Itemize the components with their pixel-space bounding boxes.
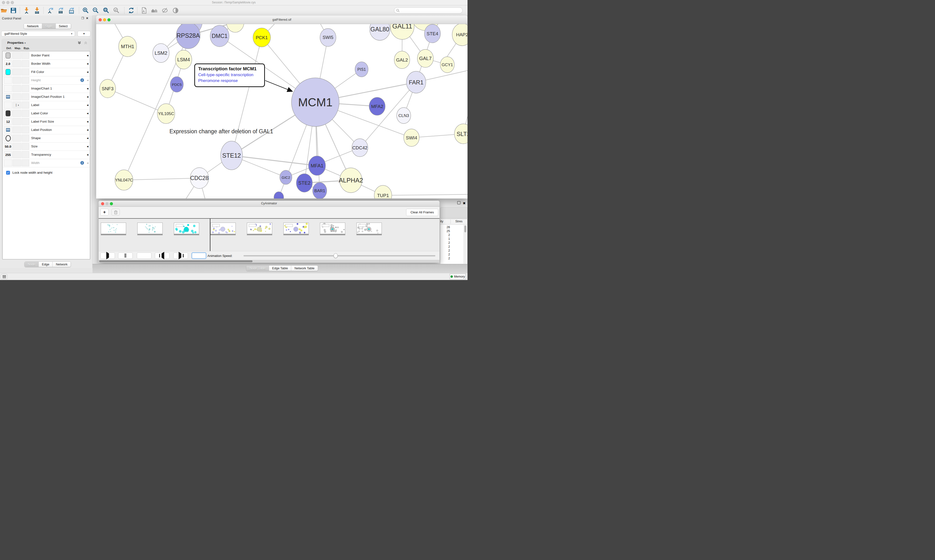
property-row[interactable]: Widthi◀ [3, 159, 90, 168]
tab-network-table[interactable]: Network Table [291, 266, 318, 271]
frame-thumbnail[interactable] [137, 223, 163, 235]
add-frame-button[interactable]: + [100, 209, 109, 215]
network-node-gal2[interactable]: GAL2 [394, 51, 410, 69]
home-icon[interactable] [151, 7, 158, 14]
tab-select[interactable]: Select [56, 24, 71, 29]
contrast-icon[interactable] [172, 7, 179, 14]
network-node-mth1[interactable]: MTH1 [119, 36, 137, 57]
play-button[interactable] [100, 252, 115, 259]
expand-row-arrow-icon[interactable]: ◀ [87, 51, 88, 60]
network-node-dmc1[interactable]: DMC1 [210, 25, 229, 47]
float-panel-icon[interactable] [457, 201, 460, 205]
network-node-lsm4[interactable]: LSM4 [175, 50, 192, 69]
tab-node[interactable]: Node [25, 262, 39, 267]
network-node-ynl047c[interactable]: YNL047C [115, 170, 133, 190]
stop-button[interactable] [137, 252, 151, 259]
network-node-mfa2[interactable]: MFA2 [369, 97, 385, 115]
expand-row-arrow-icon[interactable]: ◀ [87, 60, 88, 68]
refresh-icon[interactable] [128, 7, 135, 14]
frame-thumbnail[interactable] [101, 223, 126, 235]
skip-to-start-button[interactable] [155, 252, 170, 259]
export-network-icon[interactable] [48, 7, 54, 14]
network-node-bar1[interactable]: BAR1 [313, 182, 327, 198]
expand-row-arrow-icon[interactable]: ◀ [87, 76, 88, 85]
delete-frame-button[interactable] [111, 209, 120, 215]
property-row[interactable]: Image/Chart Position 1◀ [3, 93, 90, 101]
network-node-pck1[interactable]: PCK1 [253, 28, 270, 47]
open-icon[interactable] [0, 7, 7, 14]
annotation-link[interactable]: Cell-type-specific transcription [198, 72, 261, 77]
expand-row-arrow-icon[interactable]: ◀ [87, 126, 88, 134]
network-node-alpha2[interactable]: ALPHA2 [339, 168, 363, 193]
zoom-out-icon[interactable] [92, 7, 99, 14]
expand-row-arrow-icon[interactable]: ◀ [87, 109, 88, 117]
properties-header[interactable]: Properties ▾ [7, 41, 26, 45]
network-node-cdc42[interactable]: CDC42 [352, 138, 368, 157]
expand-row-arrow-icon[interactable]: ◀ [87, 142, 88, 151]
network-window-titlebar[interactable]: galFiltered.sif [96, 15, 468, 24]
collapse-all-icon[interactable] [77, 41, 81, 45]
hide-icon[interactable] [161, 7, 168, 14]
network-node-hap2[interactable]: HAP2 [452, 24, 468, 46]
expand-row-arrow-icon[interactable]: ◀ [87, 159, 88, 167]
network-canvas[interactable]: DCP1PCK1RPS28ADMC1MTH1LSM2LSM4SWI5GAL80G… [96, 24, 468, 198]
network-edge[interactable] [231, 37, 262, 155]
cyanimator-titlebar[interactable]: CyAnimator [99, 201, 440, 207]
expand-row-arrow-icon[interactable]: ◀ [87, 85, 88, 93]
property-row[interactable]: 12Label Font Size◀ [3, 117, 90, 126]
network-node-gal80[interactable]: GAL80 [370, 24, 390, 40]
expand-row-arrow-icon[interactable]: ◀ [87, 117, 88, 126]
annotation-link[interactable]: Pheromone response [198, 78, 261, 83]
style-selector-dropdown[interactable]: galFiltered Style▾ [1, 31, 75, 37]
close-panel-icon[interactable]: ✕ [86, 17, 90, 20]
expand-row-arrow-icon[interactable]: ◀ [87, 93, 88, 101]
zoom-fit-icon[interactable] [103, 7, 110, 14]
network-node-cut1[interactable] [274, 192, 284, 198]
node-table[interactable]: ity Stres 26252122222 [440, 219, 468, 265]
expand-all-icon[interactable] [84, 41, 88, 45]
property-row[interactable]: Border Paint◀ [3, 51, 90, 60]
pause-button[interactable] [118, 252, 133, 259]
clear-all-frames-button[interactable]: Clear All Frames [406, 209, 438, 216]
frame-thumbnail[interactable] [320, 223, 345, 235]
property-row[interactable]: Image/Chart 1◀ [3, 85, 90, 93]
network-node-cdc28[interactable]: CDC28 [190, 168, 209, 189]
default-value-swatch[interactable] [6, 69, 11, 75]
frame-thumbnail[interactable] [247, 223, 272, 235]
import-network-icon[interactable] [23, 7, 30, 14]
network-edge[interactable] [124, 178, 199, 180]
network-node-gal7[interactable]: GAL7 [417, 49, 434, 68]
import-table-icon[interactable] [34, 7, 40, 14]
network-node-ste4[interactable]: STE4 [424, 24, 440, 43]
zoom-in-icon[interactable] [82, 7, 89, 14]
network-node-tup1[interactable]: TUP1 [374, 185, 392, 198]
network-node-lsm2[interactable]: LSM2 [153, 43, 169, 63]
export-image-icon[interactable] [68, 7, 75, 14]
skip-to-end-button[interactable] [173, 252, 188, 259]
network-node-far1[interactable]: FAR1 [406, 71, 426, 93]
network-node-cln3[interactable]: CLN3 [397, 108, 411, 123]
save-icon[interactable] [10, 7, 17, 14]
close-panel-icon[interactable]: ✖ [463, 202, 466, 205]
record-button[interactable] [191, 252, 206, 259]
network-node-pdc5[interactable]: PDC5 [170, 77, 184, 92]
tab-edge[interactable]: Edge [39, 262, 52, 267]
tab-network-bottom[interactable]: Network [52, 262, 71, 267]
style-options-button[interactable]: ▼ [77, 31, 91, 37]
network-node-ste12[interactable]: STE12 [221, 141, 242, 170]
network-node-mfa1[interactable]: MFA1 [309, 156, 326, 175]
default-value-swatch[interactable] [6, 111, 11, 116]
table-vertical-scrollbar[interactable] [464, 225, 466, 264]
network-file-icon[interactable] [141, 7, 148, 14]
frame-thumbnail[interactable] [356, 223, 382, 235]
annotation-box[interactable]: Transcription factor MCM1 Cell-type-spec… [194, 63, 265, 87]
frame-thumbnail[interactable] [174, 223, 199, 235]
network-node-pis1[interactable]: PIS1 [355, 62, 368, 77]
network-node-gcy1[interactable]: GCY1 [440, 57, 454, 73]
expand-row-arrow-icon[interactable]: ◀ [87, 134, 88, 142]
network-node-swi4[interactable]: SWI4 [404, 129, 419, 146]
network-node-ste2[interactable]: STE2 [296, 174, 312, 192]
network-node-rps28a[interactable]: RPS28A [176, 24, 200, 49]
playhead[interactable] [210, 219, 210, 255]
property-row[interactable]: Heighti◀ [3, 76, 90, 85]
